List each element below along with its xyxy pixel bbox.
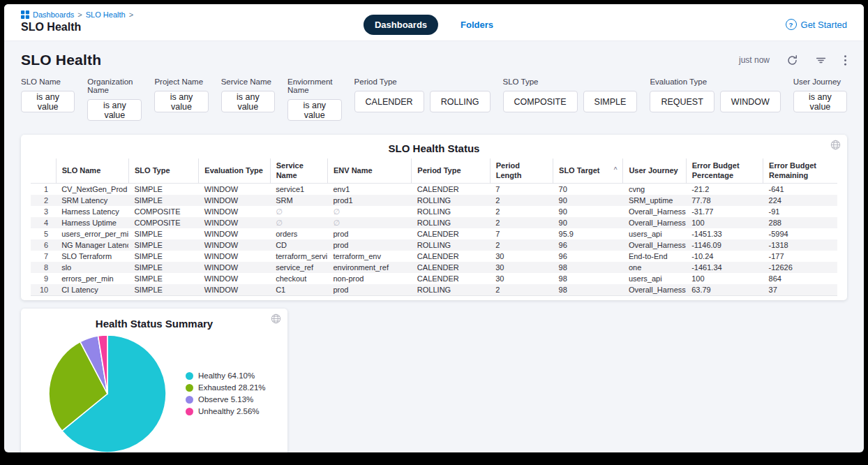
table-row: 6NG Manager LatencySIMPLEWINDOWCDprodROL…	[31, 239, 837, 251]
breadcrumb-dashboards[interactable]: Dashboards	[33, 10, 74, 19]
row-number: 6	[31, 239, 56, 251]
cell-period-type: CALENDER	[412, 262, 490, 273]
row-number: 8	[31, 262, 56, 273]
get-started-link[interactable]: ? Get Started	[786, 19, 847, 30]
column-header-period-type[interactable]: Period Type	[412, 158, 490, 183]
cell-period-type: CALENDER	[412, 183, 490, 195]
filter-button-is-any-value[interactable]: is any value	[793, 91, 847, 112]
cell-error-budget-percentage: -31.77	[686, 206, 763, 217]
cell-error-budget-percentage: -1146.09	[686, 239, 763, 251]
cell-slo-target: 98	[553, 284, 623, 296]
cell-error-budget-percentage: 77.78	[686, 195, 763, 206]
cell-service-name: service_ref	[270, 262, 327, 273]
view-tabs: DashboardsFolders	[364, 15, 504, 35]
cell-slo-type: SIMPLE	[128, 195, 198, 206]
column-header-period-length[interactable]: Period Length	[490, 158, 553, 183]
legend-label: Observe 5.13%	[198, 394, 253, 406]
filter-button-simple[interactable]: SIMPLE	[583, 91, 638, 112]
cell-evaluation-type: WINDOW	[199, 262, 270, 273]
get-started-label: Get Started	[801, 20, 847, 30]
filter-buttons: COMPOSITESIMPLE	[503, 91, 638, 112]
column-header-env-name[interactable]: ENV Name	[327, 158, 411, 183]
breadcrumb-separator: >	[77, 10, 82, 19]
cell-user-journey: Overall_Harness	[623, 239, 686, 251]
cell-evaluation-type: WINDOW	[199, 284, 270, 296]
legend-item-observe[interactable]: Observe 5.13%	[186, 394, 266, 406]
column-header-error-budget-remaining[interactable]: Error Budget Remaining	[763, 158, 837, 183]
legend-dot	[186, 372, 193, 380]
row-number: 10	[31, 284, 56, 296]
column-header-user-journey[interactable]: User Journey	[623, 158, 686, 183]
cell-service-name: orders	[270, 228, 327, 239]
cell-period-length: 7	[490, 183, 553, 195]
tab-dashboards[interactable]: Dashboards	[364, 15, 438, 35]
column-header-service-name[interactable]: Service Name	[270, 158, 327, 183]
filter-label: SLO Type	[503, 78, 638, 86]
column-header-slo-name[interactable]: SLO Name	[56, 158, 128, 183]
cell-period-length: 2	[490, 284, 553, 296]
cell-slo-type: COMPOSITE	[128, 206, 198, 217]
table-row: 1CV_NextGen_ProdSIMPLEWINDOWservice1env1…	[31, 183, 837, 195]
column-header-error-budget-percentage[interactable]: Error Budget Percentage	[686, 158, 763, 183]
health-summary-card: Health Status Summary Healthy 64.10%Exha…	[21, 309, 287, 452]
cell-service-name: service1	[270, 183, 327, 195]
cell-slo-type: SIMPLE	[128, 251, 198, 262]
filter-button-is-any-value[interactable]: is any value	[87, 99, 142, 121]
filter-label: User Journey	[793, 78, 847, 86]
filter-label: Organization Name	[87, 78, 142, 94]
row-number: 7	[31, 251, 56, 262]
legend-item-exhausted[interactable]: Exhausted 28.21%	[186, 382, 266, 394]
filter-button-request[interactable]: REQUEST	[650, 91, 714, 112]
last-refreshed: just now	[739, 55, 770, 65]
cell-service-name: C1	[270, 284, 327, 296]
filter-label: Evaluation Type	[650, 78, 780, 86]
filter-label: Project Name	[154, 78, 208, 86]
table-row: 5users_error_per_minSIMPLEWINDOWorderspr…	[31, 228, 837, 239]
legend-item-healthy[interactable]: Healthy 64.10%	[186, 370, 266, 382]
kebab-menu-icon	[844, 58, 847, 68]
legend-item-unhealthy[interactable]: Unhealthy 2.56%	[186, 406, 266, 418]
cell-slo-target: 90	[553, 217, 623, 228]
table-header-row: SLO NameSLO TypeEvaluation TypeService N…	[31, 158, 837, 183]
tab-folders[interactable]: Folders	[449, 15, 504, 35]
cell-env-name: prod	[327, 284, 411, 296]
table-row: 9errors_per_minSIMPLEWINDOWcheckoutnon-p…	[31, 273, 837, 284]
filter-button-calender[interactable]: CALENDER	[354, 91, 424, 112]
filter-group-service-name: Service Nameis any value	[221, 78, 275, 121]
cell-slo-type: SIMPLE	[128, 239, 198, 251]
cell-slo-name: CV_NextGen_Prod	[56, 183, 128, 195]
cell-evaluation-type: WINDOW	[199, 195, 270, 206]
cell-evaluation-type: WINDOW	[199, 183, 270, 195]
cell-period-type: ROLLING	[412, 206, 490, 217]
table-title: SLO Health Status	[31, 140, 837, 158]
slo-health-status-card: SLO Health Status SLO NameSLO TypeEvalua…	[21, 135, 847, 300]
cell-slo-name: CI Latency	[56, 284, 128, 296]
filter-button[interactable]	[815, 54, 827, 66]
column-header-slo-target[interactable]: SLO Target^	[553, 158, 623, 183]
filter-group-slo-type: SLO TypeCOMPOSITESIMPLE	[503, 78, 638, 121]
filter-button-is-any-value[interactable]: is any value	[21, 91, 75, 112]
table-row: 8sloSIMPLEWINDOWservice_refenvironment_r…	[31, 262, 837, 273]
filter-button-rolling[interactable]: ROLLING	[430, 91, 491, 112]
cell-slo-name: errors_per_min	[56, 273, 128, 284]
page-title: SLO Health	[21, 52, 101, 68]
filter-label: SLO Name	[21, 78, 75, 86]
more-options-button[interactable]	[844, 54, 847, 66]
filter-button-is-any-value[interactable]: is any value	[154, 91, 208, 112]
globe-icon	[830, 140, 841, 150]
filter-group-period-type: Period TypeCALENDERROLLING	[354, 78, 491, 121]
globe-icon	[271, 313, 281, 324]
refresh-button[interactable]	[786, 54, 798, 66]
filter-bar: SLO Nameis any valueOrganization Nameis …	[21, 78, 847, 121]
cell-env-name: terraform_env	[327, 251, 411, 262]
dashboard-content: SLO Health just now	[4, 41, 864, 452]
column-header-evaluation-type[interactable]: Evaluation Type	[199, 158, 270, 183]
breadcrumb-slo-health[interactable]: SLO Health	[86, 10, 126, 19]
filter-button-is-any-value[interactable]: is any value	[287, 99, 342, 121]
column-header-slo-type[interactable]: SLO Type	[128, 158, 198, 183]
filter-button-composite[interactable]: COMPOSITE	[503, 91, 578, 112]
filter-button-is-any-value[interactable]: is any value	[221, 91, 275, 112]
filter-buttons: is any value	[793, 91, 847, 112]
cell-slo-target: 96	[553, 251, 623, 262]
filter-button-window[interactable]: WINDOW	[720, 91, 781, 112]
